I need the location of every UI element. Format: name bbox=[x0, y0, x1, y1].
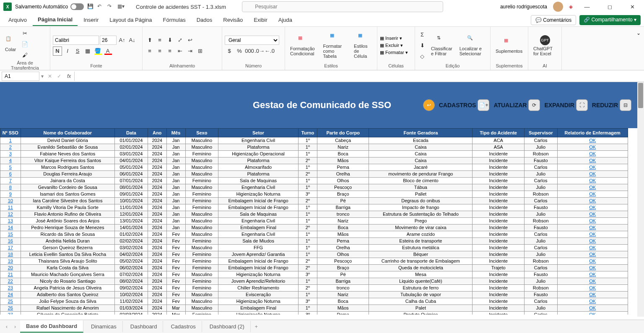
table-cell[interactable]: Produto Quimico bbox=[369, 312, 473, 315]
table-cell[interactable]: Pé bbox=[317, 271, 369, 278]
table-cell[interactable]: Masculino bbox=[185, 164, 218, 171]
table-cell[interactable]: OK bbox=[557, 218, 628, 225]
table-row[interactable]: 25João Felype Souza da Silva11/02/202420… bbox=[0, 298, 628, 305]
table-cell[interactable]: 06/01/2024 bbox=[115, 171, 148, 178]
align-left-icon[interactable]: ≡ bbox=[145, 46, 154, 56]
table-row[interactable]: 14Pedro Henrique Souza de Menezes14/01/2… bbox=[0, 225, 628, 231]
table-row[interactable]: 19Thaisnara Silva Araujo Solito05/02/202… bbox=[0, 258, 628, 265]
tab-arquivo[interactable]: Arquivo bbox=[3, 14, 32, 26]
table-cell[interactable]: Nariz bbox=[317, 218, 369, 225]
table-cell[interactable]: 1º bbox=[298, 204, 317, 211]
table-cell[interactable]: Carlos bbox=[524, 245, 557, 251]
table-cell[interactable]: Sala de Maquinas bbox=[218, 211, 299, 218]
table-cell[interactable]: Sala de Maquinas bbox=[218, 178, 299, 184]
table-cell[interactable]: 2024 bbox=[148, 278, 166, 285]
table-cell[interactable]: Engenharia Civil bbox=[218, 218, 299, 225]
table-cell[interactable]: Sala de Miudos bbox=[218, 238, 299, 245]
table-cell[interactable]: Masculino bbox=[185, 184, 218, 191]
table-cell[interactable]: Jovem Aprendiz/ Garantia bbox=[218, 251, 299, 258]
table-cell[interactable]: 01/02/2024 bbox=[115, 231, 148, 238]
table-cell[interactable]: 24 bbox=[0, 292, 21, 298]
table-cell[interactable]: Mar bbox=[166, 305, 185, 312]
table-cell[interactable]: 2024 bbox=[148, 218, 166, 225]
table-cell[interactable]: OK bbox=[557, 251, 628, 258]
currency-icon[interactable]: $ bbox=[225, 46, 234, 56]
table-cell[interactable]: 1º bbox=[298, 278, 317, 285]
table-row[interactable]: 13José Antônio Soares dos Anjos13/01/202… bbox=[0, 218, 628, 225]
align-top-icon[interactable]: ⬆ bbox=[145, 36, 154, 45]
table-cell[interactable]: Julio bbox=[524, 305, 557, 312]
format-painter-icon[interactable]: 🖌 bbox=[20, 50, 29, 59]
table-cell[interactable]: Fev bbox=[166, 265, 185, 271]
table-cell[interactable]: Masculino bbox=[185, 171, 218, 178]
table-cell[interactable]: Julio bbox=[524, 184, 557, 191]
table-cell[interactable]: 2024 bbox=[148, 204, 166, 211]
table-cell[interactable]: Estrutura de Sustentação do Telhado bbox=[369, 211, 473, 218]
table-cell[interactable]: Feminino bbox=[185, 198, 218, 204]
table-cell[interactable]: Feminino bbox=[185, 265, 218, 271]
table-cell[interactable]: tronco bbox=[317, 211, 369, 218]
table-cell[interactable]: 2024 bbox=[148, 258, 166, 265]
table-cell[interactable]: Masculino bbox=[185, 245, 218, 251]
table-cell[interactable]: 2024 bbox=[148, 238, 166, 245]
table-cell[interactable]: Fausto bbox=[524, 225, 557, 231]
table-cell[interactable]: OK bbox=[557, 198, 628, 204]
table-cell[interactable]: 2024 bbox=[148, 137, 166, 144]
col-header[interactable]: Ano bbox=[148, 129, 166, 137]
table-cell[interactable]: Incidente bbox=[473, 312, 525, 315]
table-cell[interactable]: Mesa bbox=[369, 271, 473, 278]
table-cell[interactable]: Cabeça bbox=[317, 137, 369, 144]
table-cell[interactable]: Fev bbox=[166, 298, 185, 305]
table-cell[interactable]: OK bbox=[557, 191, 628, 198]
table-cell[interactable]: 2024 bbox=[148, 178, 166, 184]
bold-button[interactable]: N bbox=[53, 46, 62, 56]
add-sheet-icon[interactable]: + bbox=[252, 324, 260, 330]
table-cell[interactable]: Incidente bbox=[473, 258, 525, 265]
table-cell[interactable]: Feminino bbox=[185, 278, 218, 285]
indent-decrease-icon[interactable]: ⇤ bbox=[175, 46, 184, 56]
table-cell[interactable]: 02/02/2024 bbox=[115, 238, 148, 245]
table-cell[interactable]: OK bbox=[557, 278, 628, 285]
table-cell[interactable]: OK bbox=[557, 231, 628, 238]
table-cell[interactable]: Perna bbox=[317, 238, 369, 245]
table-cell[interactable]: OK bbox=[557, 211, 628, 218]
table-cell[interactable]: 04/01/2024 bbox=[115, 157, 148, 164]
table-cell[interactable]: Rafael Nascimento de Amorim bbox=[21, 305, 115, 312]
sheet-tab-cadastros[interactable]: Cadastros bbox=[165, 321, 202, 332]
table-cell[interactable]: Incidente bbox=[473, 218, 525, 225]
sheet-tab-dinamicas[interactable]: Dinamicas bbox=[85, 321, 123, 332]
table-cell[interactable]: 8 bbox=[0, 184, 21, 191]
table-cell[interactable]: Fev bbox=[166, 285, 185, 292]
table-cell[interactable]: Jan bbox=[166, 151, 185, 157]
table-cell[interactable]: 12 bbox=[0, 211, 21, 218]
table-cell[interactable]: Fev bbox=[166, 251, 185, 258]
table-cell[interactable]: Jan bbox=[166, 178, 185, 184]
col-header[interactable]: Setor bbox=[218, 129, 299, 137]
table-cell[interactable]: Gilvania da Conceição Batista bbox=[21, 312, 115, 315]
table-cell[interactable]: Feminino bbox=[185, 312, 218, 315]
table-row[interactable]: 24Adalberto dos Santos Queiroz10/02/2024… bbox=[0, 292, 628, 298]
table-cell[interactable]: Jan bbox=[166, 225, 185, 231]
table-cell[interactable]: Fev bbox=[166, 271, 185, 278]
sheet-tab-dashboard[interactable]: Dashboard bbox=[125, 321, 164, 332]
vertical-scrollbar[interactable] bbox=[637, 82, 644, 317]
table-cell[interactable]: Ricardo da Silva de Sousa bbox=[21, 231, 115, 238]
table-cell[interactable]: Esteira de transporte bbox=[369, 238, 473, 245]
find-select-button[interactable]: 🔍Localizar e Selecionar bbox=[457, 34, 488, 57]
table-row[interactable]: 9Isamari dos Santos Gomes09/01/20242024J… bbox=[0, 191, 628, 198]
cell-styles-button[interactable]: ▦Estilos de Célula bbox=[351, 32, 374, 59]
cancel-formula-icon[interactable]: ✕ bbox=[45, 73, 55, 79]
table-cell[interactable]: Isamari dos Santos Gomes bbox=[21, 191, 115, 198]
table-cell[interactable]: Jacaré bbox=[369, 164, 473, 171]
table-cell[interactable]: 01/01/2024 bbox=[115, 137, 148, 144]
table-cell[interactable]: Fabiane Neves dos Santos bbox=[21, 151, 115, 157]
col-header[interactable]: Mês bbox=[166, 129, 185, 137]
table-cell[interactable]: Engenharia Civil bbox=[218, 231, 299, 238]
table-cell[interactable]: Karla Costa da Silva bbox=[21, 265, 115, 271]
table-cell[interactable]: movimento de pendurar Frango bbox=[369, 171, 473, 178]
table-cell[interactable]: 14 bbox=[0, 225, 21, 231]
align-bottom-icon[interactable]: ⬇ bbox=[165, 36, 174, 45]
col-header[interactable]: Tipo do Acidente bbox=[473, 129, 525, 137]
table-cell[interactable]: Pé bbox=[317, 198, 369, 204]
table-cell[interactable]: 05/02/2024 bbox=[115, 258, 148, 265]
